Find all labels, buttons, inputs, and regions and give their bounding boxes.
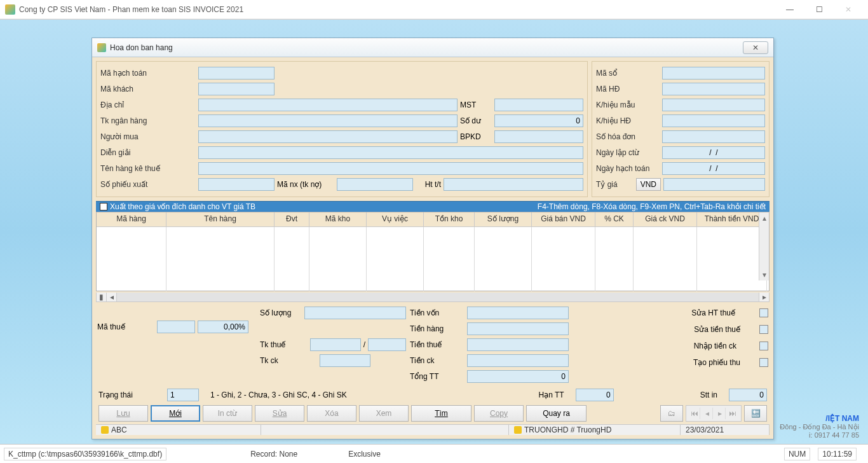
input-so-hoa-don[interactable] — [662, 130, 765, 143]
input-ma-hach-toan[interactable] — [198, 67, 275, 79]
checkbox-tao-phieu-thu[interactable] — [759, 358, 768, 367]
maximize-button[interactable]: ☐ — [804, 0, 834, 19]
grid-col-6[interactable] — [475, 227, 532, 291]
input-so-du[interactable] — [494, 114, 583, 127]
items-grid[interactable]: Mã hàngTên hàngĐvtMã khoVụ việcTồn khoSố… — [96, 212, 770, 291]
input-ma-khach[interactable] — [198, 83, 275, 95]
grid-horizontal-scrollbar[interactable]: ▮◂▸ — [96, 293, 770, 302]
currency-button[interactable]: VND — [636, 178, 661, 191]
sua-button[interactable]: Sửa — [255, 405, 304, 422]
grid-col-3[interactable] — [309, 227, 367, 291]
lbl-tien-hang: Tiền hàng — [410, 324, 465, 333]
input-tk-thue-2[interactable] — [368, 338, 406, 351]
input-tong-tt[interactable] — [467, 370, 569, 383]
input-ngay-lap-ctu[interactable] — [662, 146, 765, 159]
grid-col-0[interactable] — [97, 227, 166, 291]
lbl-so-hoa-don: Số hóa đơn — [596, 132, 660, 141]
input-khieu-hd[interactable] — [662, 114, 765, 127]
dialog-close-button[interactable]: ✕ — [743, 41, 768, 54]
dialog-title: Hoa don ban hang — [110, 43, 743, 52]
nav-last-button[interactable]: ⏭ — [727, 408, 738, 419]
input-tien-von[interactable] — [467, 307, 569, 319]
input-tien-ck[interactable] — [467, 354, 569, 367]
status-user: TRUONGHD # TruongHD — [524, 425, 611, 434]
input-tk-ngan-hang[interactable] — [198, 114, 458, 127]
luu-button[interactable]: Lưu — [98, 405, 148, 422]
lbl-so-du: Số dư — [460, 116, 492, 125]
grid-header-10[interactable]: Thành tiền VND — [697, 212, 767, 226]
input-ty-gia[interactable] — [663, 178, 765, 191]
record-nav: ⏮ ◂ ▸ ⏭ — [686, 405, 742, 422]
input-ht-tt[interactable] — [444, 178, 583, 191]
grid-header-4[interactable]: Vụ việc — [367, 212, 424, 226]
input-ma-hd[interactable] — [662, 83, 765, 95]
lbl-ngay-hach-toan: Ngày hạch toán — [596, 164, 660, 173]
quay-ra-button[interactable]: Quay ra — [526, 405, 587, 422]
input-ma-thue-pct[interactable] — [198, 321, 248, 333]
lbl-ty-gia: Tỷ giá — [596, 180, 634, 189]
grid-header-7[interactable]: Giá bán VND — [532, 212, 595, 226]
input-trang-thai[interactable] — [167, 389, 199, 401]
checkbox-sua-tien-thue[interactable] — [759, 325, 768, 334]
grid-header-0[interactable]: Mã hàng — [97, 212, 166, 226]
tim-button[interactable]: Tìm — [411, 405, 471, 422]
dialog-titlebar[interactable]: Hoa don ban hang ✕ — [92, 38, 773, 57]
input-mst[interactable] — [494, 99, 583, 111]
grid-col-2[interactable] — [275, 227, 309, 291]
input-ma-nx[interactable] — [337, 178, 413, 191]
input-dia-chi[interactable] — [198, 99, 458, 111]
input-ngay-hach-toan[interactable] — [662, 162, 765, 175]
grid-header-3[interactable]: Mã kho — [309, 212, 367, 226]
input-stt-in[interactable] — [729, 389, 767, 401]
grid-header-9[interactable]: Giá ck VND — [634, 212, 697, 226]
grid-col-10[interactable] — [697, 227, 767, 291]
close-button[interactable]: ✕ — [834, 0, 863, 19]
nav-prev-button[interactable]: ◂ — [702, 408, 713, 419]
exit-icon-button[interactable]: 🔙 — [744, 405, 767, 422]
background-company-text: /IỆT NAM Đông - Đống Đa - Hà Nội i: 0917… — [780, 414, 859, 439]
input-nguoi-mua[interactable] — [198, 130, 458, 143]
grid-col-4[interactable] — [367, 227, 424, 291]
grid-header-1[interactable]: Tên hàng — [166, 212, 275, 226]
input-so-phieu-xuat[interactable] — [198, 178, 275, 191]
input-bpkd[interactable] — [494, 130, 583, 143]
input-ma-so[interactable] — [662, 67, 765, 79]
moi-button[interactable]: Mới — [151, 405, 200, 422]
status-abc: ABC — [111, 425, 127, 434]
tree-icon-button[interactable]: 🗂 — [660, 405, 683, 422]
xem-button[interactable]: Xem — [359, 405, 409, 422]
input-tk-thue-1[interactable] — [310, 338, 361, 351]
grid-col-5[interactable] — [424, 227, 475, 291]
input-tien-thue[interactable] — [467, 338, 569, 351]
grid-header-6[interactable]: Số lượng — [475, 212, 532, 226]
in-ctu-button[interactable]: In ctừ — [203, 405, 252, 422]
input-ten-hang-ke-thue[interactable] — [198, 162, 583, 175]
grid-header-8[interactable]: % CK — [595, 212, 634, 226]
grid-header-5[interactable]: Tồn kho — [424, 212, 475, 226]
grid-col-1[interactable] — [166, 227, 275, 291]
minimize-button[interactable]: — — [775, 0, 804, 19]
checkbox-xuat-gia-von[interactable] — [100, 203, 107, 211]
input-khieu-mau[interactable] — [662, 99, 765, 111]
grid-header-2[interactable]: Đvt — [275, 212, 309, 226]
lbl-ma-hach-toan: Mã hạch toán — [100, 69, 196, 78]
checkbox-nhap-tien-ck[interactable] — [759, 342, 768, 350]
grid-col-7[interactable] — [532, 227, 595, 291]
input-ma-thue[interactable] — [157, 321, 195, 333]
xoa-button[interactable]: Xóa — [307, 405, 356, 422]
grid-vertical-scrollbar[interactable]: ▴▾ — [759, 212, 769, 280]
input-tien-hang[interactable] — [467, 322, 569, 335]
nav-first-button[interactable]: ⏮ — [689, 408, 700, 419]
input-han-tt[interactable] — [576, 389, 614, 401]
lbl-sua-ht-thue: Sửa HT thuế — [691, 308, 735, 317]
grid-col-9[interactable] — [634, 227, 697, 291]
checkbox-sua-ht-thue[interactable] — [759, 308, 768, 317]
input-tk-ck[interactable] — [320, 354, 370, 367]
input-dien-giai[interactable] — [198, 146, 583, 159]
nav-next-button[interactable]: ▸ — [714, 408, 726, 419]
grid-col-8[interactable] — [595, 227, 634, 291]
copy-button[interactable]: Copy — [474, 405, 524, 422]
header-left-panel: Mã hạch toán Mã khách Địa chỉMST Tk ngân… — [96, 61, 588, 197]
lbl-so-phieu-xuat: Số phiếu xuất — [100, 180, 196, 189]
input-so-luong-total[interactable] — [304, 307, 406, 319]
